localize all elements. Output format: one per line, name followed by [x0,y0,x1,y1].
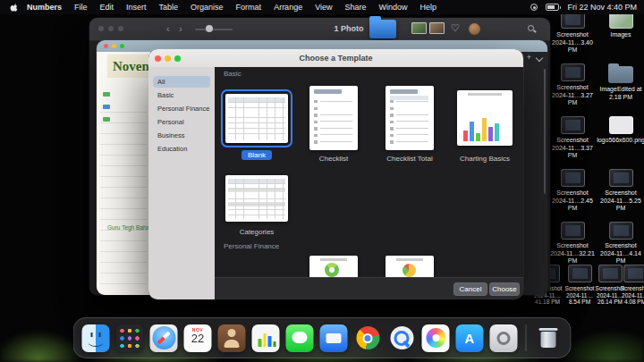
template-blank[interactable] [225,94,288,143]
menu-share[interactable]: Share [339,3,373,12]
template-blank-label: Blank [225,150,288,160]
calendar-event-marker [103,92,110,97]
dialog-titlebar: Choose a Template [148,49,523,67]
screenshot-thumbnail-icon [561,169,585,187]
dock-icon-messages[interactable] [286,324,314,352]
dock-icon-safari[interactable] [150,324,178,352]
template-checklist-total[interactable] [386,86,434,150]
photo-thumbnail[interactable] [429,22,445,34]
desktop-icon-screenshot[interactable]: Screenshot 2024-11…2.45 PM [548,169,597,213]
desktop-icon-screenshot[interactable]: Screenshot 2024-11…4.08 PM [617,265,644,306]
sidebar-item-business[interactable]: Business [153,130,210,141]
desktop-icon-screenshot[interactable]: Screenshot 2024-11…3.40 PM [548,11,597,55]
desktop-icon-png-file[interactable]: logo566x600.png [597,116,644,145]
minimize-button[interactable] [112,44,116,48]
dock-icon-system-settings[interactable] [490,324,518,352]
dock-icon-mail[interactable] [320,324,348,352]
dock-icon-contacts[interactable] [218,324,246,352]
template-blank-pill[interactable]: Blank [242,150,272,160]
dock-icon-numbers[interactable] [252,324,280,352]
desktop-icon-screenshot[interactable]: Screenshot 2024-11…3.27 PM [548,63,597,107]
menu-table[interactable]: Table [153,3,185,12]
dock-icon-finder[interactable] [82,324,110,352]
menu-app-name[interactable]: Numbers [21,3,68,12]
close-button[interactable] [104,44,108,48]
minimize-button[interactable] [108,26,114,31]
zoom-slider-knob[interactable] [206,25,213,32]
menu-format[interactable]: Format [230,3,268,12]
menu-view[interactable]: View [309,3,338,12]
menu-organise[interactable]: Organise [184,3,230,12]
template-checklist-total-label: Checklist Total [369,155,450,163]
desktop-icon-label: Screenshot 2024-11…2.45 PM [548,189,597,213]
desktop-icon-screenshot[interactable]: Screenshot 2024-11…3.37 PM [548,116,597,160]
dock-icon-app-store[interactable] [456,324,484,352]
desktop-icon-label: Screenshot 2024-11…5.25 PM [597,189,644,213]
template-grid: Basic Blank Checklist Checklist Total [215,67,523,299]
menu-file[interactable]: File [68,3,94,12]
photos-toolbar: ‹ › 1 Photo ♡ [89,18,550,41]
favorite-heart-icon[interactable]: ♡ [451,22,460,34]
close-button[interactable] [98,26,104,31]
battery-icon[interactable] [546,4,559,11]
dock-icon-trash[interactable] [535,324,563,352]
dock-icon-calendar[interactable]: NOV 22 [184,324,212,352]
scrollbar[interactable] [544,69,546,194]
desktop-icon-screenshot[interactable]: Screenshot 2024-11…32.21 PM [548,222,597,265]
template-checklist[interactable] [309,86,358,150]
menu-insert[interactable]: Insert [120,3,153,12]
sidebar-item-all[interactable]: All [153,76,210,88]
sidebar-item-basic[interactable]: Basic [153,89,210,101]
screen-record-icon[interactable] [530,4,538,11]
desktop-icon-screenshot[interactable]: Screenshot 2024-11…4.14 PM [597,222,644,265]
screenshot-thumbnail-icon [609,169,633,187]
folder-icon [608,66,633,83]
chevron-down-icon[interactable] [536,55,543,62]
avatar[interactable] [469,23,480,35]
menu-window[interactable]: Window [373,3,414,12]
choose-button[interactable]: Choose [489,282,520,296]
back-icon[interactable]: ‹ [166,22,170,35]
menu-help[interactable]: Help [414,3,444,12]
dock-icon-quicktime[interactable] [388,324,416,352]
forward-icon[interactable]: › [179,22,182,35]
desktop-icon-label: Screenshot 2024-11…4.14 PM [597,242,644,265]
calendar-event-marker [103,105,110,109]
menu-edit[interactable]: Edit [94,3,121,12]
dialog-bottom-bar: Cancel Choose [215,277,523,299]
template-categories-label: Categories [225,228,288,236]
dock-icon-chrome[interactable] [354,324,382,352]
dock-icon-photos[interactable] [422,324,450,352]
desktop-icon-folder[interactable]: ImageEdited at 2.18 PM [597,63,644,101]
screenshot-thumbnail-icon [561,116,585,134]
screenshot-thumbnail-icon [561,222,585,240]
desktop-icon-label: Screenshot 2024-11…3.27 PM [548,84,597,107]
blue-folder-icon[interactable] [369,20,396,38]
calendar-day: 22 [191,333,204,345]
photo-thumbnail[interactable] [411,22,427,34]
dock-icon-launchpad[interactable] [116,324,144,352]
template-categories[interactable] [225,175,288,222]
menu-arrange[interactable]: Arrange [267,3,309,12]
dock-divider [526,324,527,351]
menu-bar-status: Fri 22 Nov 4:40 PM [530,3,637,12]
apple-menu-icon[interactable] [10,3,18,13]
menu-bar-left: Numbers File Edit Insert Table Organise … [7,3,443,13]
sidebar-item-education[interactable]: Education [153,143,210,155]
template-charting-basics-label: Charting Basics [444,155,523,163]
menu-bar-clock[interactable]: Fri 22 Nov 4:40 PM [567,3,637,12]
zoom-slider[interactable] [195,29,233,30]
desktop-icon-images[interactable]: Images [597,11,644,39]
template-charting-basics[interactable] [457,90,513,146]
zoom-button[interactable] [118,26,123,31]
cancel-button[interactable]: Cancel [453,282,487,296]
desktop-icon-screenshot[interactable]: Screenshot 2024-11…5.25 PM [597,169,644,213]
zoom-button[interactable] [120,44,124,48]
desktop: Numbers File Edit Insert Table Organise … [0,0,644,362]
sidebar-item-personal[interactable]: Personal [153,116,210,128]
template-category-sidebar: All Basic Personal Finance Personal Busi… [148,67,215,299]
menu-bar: Numbers File Edit Insert Table Organise … [0,0,644,14]
add-sheet-icon[interactable]: + [527,54,531,62]
search-icon[interactable] [528,25,534,31]
sidebar-item-personal-finance[interactable]: Personal Finance [153,103,210,114]
